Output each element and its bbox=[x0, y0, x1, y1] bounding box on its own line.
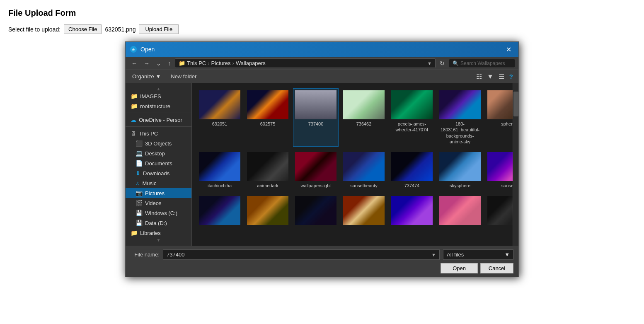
dialog-icon: e bbox=[130, 46, 137, 52]
dialog-title: Open bbox=[140, 46, 499, 52]
file-open-dialog: e Open ✕ ← → ⌄ ↑ 📁 This PC › Pictures › … bbox=[125, 41, 519, 52]
dialog-backdrop: e Open ✕ ← → ⌄ ↑ 📁 This PC › Pictures › … bbox=[0, 0, 644, 52]
dialog-close-button[interactable]: ✕ bbox=[503, 44, 514, 52]
dialog-titlebar: e Open ✕ bbox=[126, 42, 518, 52]
svg-text:e: e bbox=[132, 47, 135, 52]
